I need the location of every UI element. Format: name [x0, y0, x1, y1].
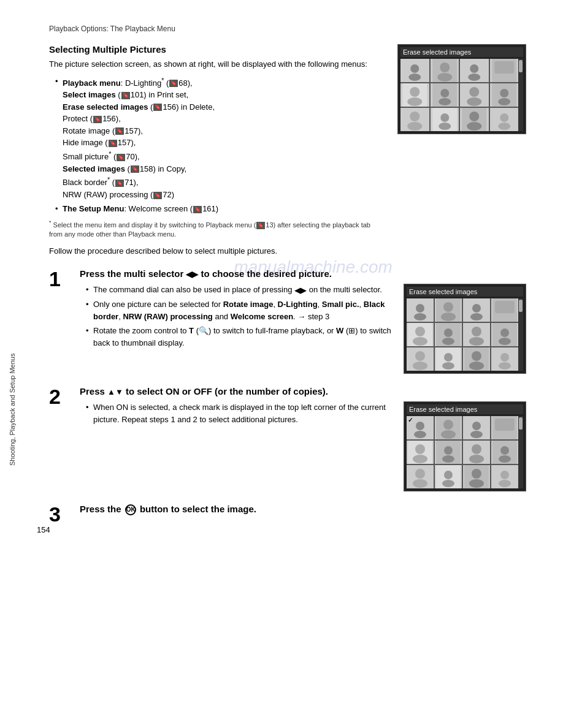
svg-point-62: [413, 362, 427, 370]
svg-point-2: [408, 74, 421, 81]
intro-paragraph: The picture selection screen, as shown a…: [49, 58, 385, 70]
sidebar-label: Shooting, Playback and Setup Menus: [9, 221, 16, 466]
svg-point-85: [415, 444, 425, 454]
breadcrumb: Playback Options: The Playback Menu: [49, 25, 526, 33]
svg-point-43: [472, 304, 481, 313]
svg-point-80: [470, 431, 483, 438]
step2-content: Press ▲▼ to select ON or OFF (or the num…: [80, 385, 526, 491]
s2-thumb-3: [463, 416, 490, 439]
scroll-handle-step1[interactable]: [519, 300, 523, 312]
erase-label-step2: Erase selected images: [407, 404, 523, 414]
intro-text-col: Selecting Multiple Pictures The picture …: [49, 44, 397, 239]
scroll-handle-top[interactable]: [519, 60, 523, 72]
svg-point-104: [469, 479, 484, 488]
svg-point-29: [439, 123, 451, 130]
svg-point-106: [500, 471, 509, 479]
playback-menu-item: Playback menu: D-Lighting* (🔖68), Select…: [55, 75, 385, 201]
svg-point-91: [472, 444, 481, 454]
follow-text: Follow the procedure described below to …: [49, 245, 526, 257]
step3-section: 3 Press the OK button to select the imag…: [49, 502, 526, 525]
s1-thumb-6: [435, 323, 462, 346]
svg-point-19: [469, 87, 479, 97]
intro-block: Selecting Multiple Pictures The picture …: [49, 44, 526, 239]
thumb-9: [400, 108, 429, 131]
scroll-handle-step2[interactable]: [519, 417, 523, 430]
thumb-3: [460, 59, 489, 82]
svg-point-65: [442, 362, 454, 370]
svg-point-7: [470, 64, 478, 73]
step1-number: 1: [49, 267, 80, 289]
ok-button-icon: OK: [125, 504, 136, 515]
svg-point-100: [444, 471, 453, 479]
erase-label-step1: Erase selected images: [407, 287, 523, 297]
scrollbar-top[interactable]: [518, 59, 523, 131]
svg-point-98: [413, 479, 427, 488]
erase-label-top: Erase selected images: [400, 47, 523, 57]
scrollbar-step1[interactable]: [518, 298, 523, 371]
svg-point-13: [410, 87, 419, 97]
step3-number: 3: [49, 502, 80, 525]
thumb-2: [431, 59, 459, 82]
setup-menu-label: The Setup Menu: [63, 204, 124, 213]
thumb-7: [460, 83, 489, 107]
svg-point-4: [440, 63, 450, 72]
svg-point-59: [499, 338, 511, 345]
svg-point-76: [443, 420, 453, 430]
svg-point-88: [444, 446, 453, 455]
svg-point-94: [500, 446, 509, 455]
svg-point-70: [500, 353, 509, 362]
svg-point-103: [472, 469, 481, 479]
svg-point-35: [498, 123, 510, 130]
svg-point-101: [442, 480, 454, 487]
s2-thumb-1: [407, 416, 434, 439]
s2-thumb-9: [407, 465, 434, 488]
svg-point-8: [468, 74, 480, 81]
step1-content: Press the multi selector ◀▶ to choose th…: [80, 267, 526, 374]
page: Shooting, Playback and Setup Menus Playb…: [0, 0, 563, 549]
step1-bullet-2: Only one picture can be selected for Rot…: [86, 298, 394, 322]
svg-point-44: [470, 313, 483, 320]
menu-list: Playback menu: D-Lighting* (🔖68), Select…: [49, 75, 385, 215]
s1-thumb-4: [491, 298, 518, 322]
thumb-11: [460, 108, 489, 131]
s1-thumb-5: [407, 323, 434, 346]
svg-point-28: [440, 113, 449, 122]
step2-number: 2: [49, 385, 80, 407]
svg-point-5: [437, 73, 452, 82]
thumb-10: [431, 108, 459, 131]
step2-bullets: When ON is selected, a check mark is dis…: [80, 401, 404, 429]
s1-thumb-2: [435, 298, 462, 322]
footnote: * Select the menu item and display it by…: [49, 219, 385, 239]
svg-point-71: [499, 362, 511, 370]
s2-thumb-2: [435, 416, 462, 439]
s1-thumb-1: [407, 298, 434, 322]
step1-bullet-1: The command dial can also be used in pla…: [86, 284, 394, 296]
step2-bullet-1: When ON is selected, a check mark is dis…: [86, 401, 394, 425]
s1-thumb-7: [463, 323, 490, 346]
svg-point-34: [500, 113, 508, 122]
page-number: 154: [37, 525, 50, 534]
step1-body: The command dial can also be used in pla…: [80, 284, 526, 374]
svg-point-77: [441, 430, 456, 439]
thumb-4: [490, 59, 519, 82]
svg-point-97: [415, 469, 425, 479]
s1-thumb-3: [463, 298, 490, 322]
svg-point-55: [472, 327, 481, 336]
setup-menu-item: The Setup Menu: Welcome screen (🔖161): [55, 203, 385, 215]
scrollbar-step2[interactable]: [518, 416, 523, 488]
svg-point-14: [407, 97, 422, 106]
erase-image-step2: Erase selected images: [404, 401, 526, 491]
s2-thumb-11: [463, 465, 490, 488]
svg-point-26: [407, 122, 422, 131]
erase-image-top: Erase selected images: [397, 44, 526, 134]
svg-point-74: [414, 431, 426, 438]
svg-point-107: [499, 480, 511, 487]
section-title: Selecting Multiple Pictures: [49, 44, 385, 55]
thumb-5: [400, 83, 429, 107]
svg-point-20: [467, 97, 481, 106]
svg-point-89: [442, 455, 454, 463]
svg-point-79: [472, 422, 481, 430]
svg-point-53: [442, 338, 454, 345]
step1-bullet-3: Rotate the zoom control to T (🔍) to swit…: [86, 325, 394, 349]
step2-title: Press ▲▼ to select ON or OFF (or the num…: [80, 385, 526, 398]
